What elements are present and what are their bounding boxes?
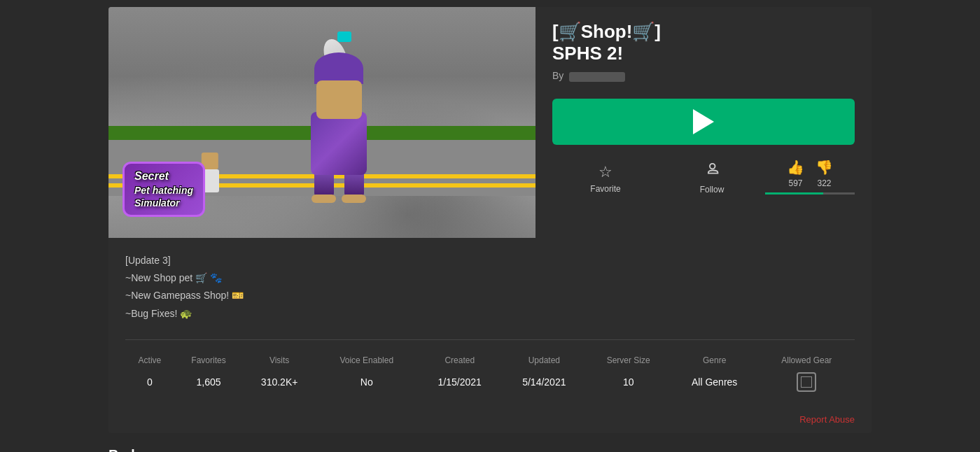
stat-allowed-gear	[759, 369, 855, 395]
char-foot-right	[342, 195, 366, 203]
star-icon: ☆	[598, 163, 612, 181]
char-legs	[297, 171, 381, 203]
stats-header-created: Created	[417, 351, 502, 369]
stats-header-active: Active	[125, 351, 174, 369]
like-count: 597	[788, 178, 802, 188]
game-logo-overlay: Secret Pet hatching Simulator	[122, 162, 205, 217]
vote-progress-bar	[765, 192, 855, 195]
char-accessory	[337, 31, 351, 42]
char-leg-shape-left	[314, 171, 334, 196]
thumbs-up-icon: 👍	[787, 159, 804, 176]
stats-table: Active Favorites Visits Voice Enabled Cr…	[125, 351, 855, 395]
stats-header-visits: Visits	[243, 351, 316, 369]
char-head	[316, 80, 362, 119]
stats-header-server-size: Server Size	[587, 351, 671, 369]
stats-divider	[125, 339, 855, 340]
description-section: [Update 3] ~New Shop pet 🛒 🐾 ~New Gamepa…	[108, 238, 872, 337]
play-button[interactable]	[552, 99, 855, 145]
game-logo-text: Secret Pet hatching Simulator	[134, 169, 193, 209]
favorite-button[interactable]: ☆ Favorite	[552, 160, 659, 197]
char-leg-right	[342, 171, 366, 203]
stat-created: 1/15/2021	[417, 369, 502, 395]
page-container: Secret Pet hatching Simulator [🛒Shop!🛒] …	[0, 0, 980, 452]
footer-row: Report Abuse	[108, 406, 872, 433]
stats-row: 0 1,605 310.2K+ No 1/15/2021 5/14/2021 1…	[125, 369, 855, 395]
stat-favorites: 1,605	[174, 369, 243, 395]
votes-row: 👍 597 👎 322	[765, 159, 855, 188]
report-abuse-link[interactable]: Report Abuse	[799, 414, 855, 425]
allowed-gear-icon	[797, 372, 816, 392]
dislike-count: 322	[817, 178, 831, 188]
vote-section: 👍 597 👎 322	[765, 159, 855, 199]
thumbnail-background: Secret Pet hatching Simulator	[108, 7, 536, 238]
stat-active: 0	[125, 369, 174, 395]
stats-header-voice: Voice Enabled	[316, 351, 417, 369]
stat-voice: No	[316, 369, 417, 395]
char-foot-left	[312, 195, 336, 203]
game-title: [🛒Shop!🛒] SPHS 2!	[552, 21, 855, 64]
char-leg-left	[312, 171, 336, 203]
vote-progress-fill	[765, 192, 823, 195]
game-author: By	[552, 70, 855, 81]
char-hat	[314, 52, 363, 84]
follow-icon	[704, 162, 720, 182]
game-header: Secret Pet hatching Simulator [🛒Shop!🛒] …	[108, 7, 872, 238]
badges-title: Badges	[108, 447, 872, 452]
follow-button[interactable]: Follow	[659, 160, 765, 197]
badges-section: Badges	[0, 433, 980, 452]
description-text: [Update 3] ~New Shop pet 🛒 🐾 ~New Gamepa…	[125, 252, 855, 323]
dislike-button[interactable]: 👎 322	[816, 159, 833, 188]
stat-server-size: 10	[587, 369, 671, 395]
stats-header-favorites: Favorites	[174, 351, 243, 369]
author-name[interactable]	[569, 72, 625, 82]
stat-genre: All Genres	[671, 369, 759, 395]
thumbs-down-icon: 👎	[816, 159, 833, 176]
char-leg-shape-right	[344, 171, 364, 196]
game-thumbnail: Secret Pet hatching Simulator	[108, 7, 536, 238]
actions-row: ☆ Favorite Follow	[552, 159, 855, 199]
stats-header-allowed-gear: Allowed Gear	[759, 351, 855, 369]
character-main	[297, 84, 381, 196]
play-icon	[693, 109, 714, 134]
stat-updated: 5/14/2021	[502, 369, 587, 395]
stat-visits: 310.2K+	[243, 369, 316, 395]
gear-inner-border	[801, 376, 812, 388]
stats-table-section: Active Favorites Visits Voice Enabled Cr…	[108, 339, 872, 406]
char-body	[311, 112, 367, 175]
like-button[interactable]: 👍 597	[787, 159, 804, 188]
stats-header-genre: Genre	[671, 351, 759, 369]
stats-header-updated: Updated	[502, 351, 587, 369]
game-info-panel: [🛒Shop!🛒] SPHS 2! By ☆ Favorite	[536, 7, 872, 238]
main-card: Secret Pet hatching Simulator [🛒Shop!🛒] …	[108, 7, 872, 433]
